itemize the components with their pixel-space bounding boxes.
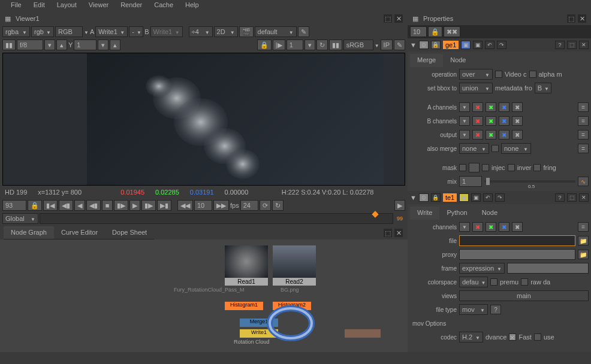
mix-slider[interactable]: 0.5 [484, 180, 575, 183]
node-viewer-proxy[interactable] [345, 329, 381, 338]
wch-eq-button[interactable]: = [578, 222, 589, 232]
play-bwd-icon[interactable]: ◀ [74, 200, 85, 211]
wch-a-icon[interactable]: ✖ [512, 222, 523, 232]
node-color-2-icon[interactable]: ▣ [473, 41, 483, 49]
lock-icon[interactable]: 🔒 [257, 40, 272, 50]
lock-range-icon[interactable]: 🔒 [28, 200, 42, 211]
operation-select[interactable]: over [459, 69, 493, 80]
ach-r-icon[interactable]: ✖ [472, 102, 483, 112]
invert-checkbox[interactable] [508, 164, 515, 171]
menu-help[interactable]: Help [179, 0, 205, 12]
jump-bwd-icon[interactable]: ◀◀ [177, 200, 193, 211]
ach-a-icon[interactable]: ✖ [512, 102, 523, 112]
node-undock-icon[interactable]: ⬚ [384, 229, 392, 237]
out-b-icon[interactable]: ✖ [499, 130, 509, 139]
gamma-field[interactable]: 1 [74, 40, 97, 50]
menu-cache[interactable]: Cache [148, 0, 179, 12]
mask-chan-icon[interactable] [469, 163, 480, 172]
lock-write-icon[interactable]: 🔒 [431, 193, 441, 202]
properties-maxpanels[interactable]: 10 [410, 26, 427, 37]
stop-icon[interactable]: ■ [102, 200, 113, 211]
timeline[interactable] [40, 213, 393, 224]
wch-g-icon[interactable]: ✖ [486, 222, 496, 232]
step-bwd-icon[interactable]: ◀▮ [86, 200, 101, 211]
downscale-select[interactable]: ÷4 [189, 26, 213, 37]
gear-icon[interactable]: ✎ [298, 26, 309, 37]
redo-icon[interactable]: ↷ [497, 41, 506, 49]
write-help-icon[interactable]: ? [555, 193, 565, 202]
wch-r-icon[interactable]: ✖ [472, 222, 483, 232]
premult-checkbox[interactable] [490, 278, 497, 286]
raw-checkbox[interactable] [521, 278, 528, 286]
frame-select[interactable]: expression [459, 263, 505, 274]
also-merge-checkbox[interactable] [492, 145, 499, 152]
refresh-icon[interactable]: ↻ [316, 40, 328, 50]
frame-field[interactable]: 93 [2, 200, 26, 211]
clapper-icon[interactable]: 🎬 [239, 26, 254, 37]
float-icon[interactable]: ⬚ [567, 41, 577, 49]
merge-tab-merge[interactable]: Merge [410, 54, 443, 67]
camera-default-select[interactable]: default [255, 26, 297, 37]
node-close-icon[interactable]: ✕ [394, 229, 403, 237]
colorspace-select[interactable]: defau [459, 277, 488, 287]
ach-b-icon[interactable]: ✖ [499, 102, 509, 112]
menu-render[interactable]: Render [114, 0, 148, 12]
out-a-icon[interactable]: ✖ [512, 130, 523, 139]
metadata-select[interactable]: B [535, 83, 551, 93]
lock-all-icon[interactable]: 🔒 [428, 26, 442, 37]
node-histogram1[interactable]: Histogram1 [225, 302, 263, 310]
ip-button[interactable]: IP [381, 40, 393, 50]
merge-node-name[interactable]: ge1 [443, 41, 459, 49]
out-eq-button[interactable]: = [578, 130, 589, 139]
node-color-1-icon[interactable]: ▣ [461, 41, 471, 49]
bch-b-icon[interactable]: ✖ [499, 116, 509, 126]
write-float-icon[interactable]: ⬚ [567, 193, 577, 202]
node-graph[interactable]: Read1 Fury_RotationCloud_Pass_M Read2 BG… [0, 239, 408, 352]
inject-checkbox[interactable] [482, 164, 489, 171]
input-a-select[interactable]: Write1 [95, 26, 128, 37]
clear-all-icon[interactable]: ✖✖ [444, 26, 460, 37]
input-b-select[interactable]: Write1 [150, 26, 183, 37]
wch-b-icon[interactable]: ✖ [499, 222, 509, 232]
properties-undock-icon[interactable]: ⬚ [567, 14, 575, 23]
bch-r-icon[interactable]: ✖ [472, 116, 483, 126]
frame-expr-field[interactable] [507, 263, 589, 274]
bch-a-icon[interactable]: ✖ [512, 116, 523, 126]
play-fwd-icon[interactable]: ▶ [129, 200, 140, 211]
collapse-write-icon[interactable]: ▼ [410, 194, 417, 201]
help-icon[interactable]: ? [555, 41, 565, 49]
write-tab-node[interactable]: Node [475, 207, 505, 220]
write-undo-icon[interactable]: ↶ [483, 193, 493, 202]
flipbook-icon[interactable]: ▶ [394, 200, 405, 211]
tab-curve-editor[interactable]: Curve Editor [54, 226, 105, 239]
codec-select[interactable]: H.2 [459, 332, 483, 342]
jump-fwd-icon[interactable]: ▶▶ [213, 200, 229, 211]
center-node-icon[interactable]: ⊙ [419, 41, 429, 49]
write-tab-python[interactable]: Python [439, 207, 474, 220]
ach-eq-button[interactable]: = [578, 102, 589, 112]
out-r-icon[interactable]: ✖ [472, 130, 483, 139]
fps-field[interactable]: 24 [240, 200, 258, 211]
last-frame-icon[interactable]: ▶▮ [157, 200, 171, 211]
menu-viewer[interactable]: Viewer [83, 0, 114, 12]
out-g-icon[interactable]: ✖ [486, 130, 496, 139]
step-fwd-icon[interactable]: ▮▶ [114, 200, 128, 211]
merge-tab-node[interactable]: Node [443, 54, 473, 67]
bch-eq-button[interactable]: = [578, 116, 589, 126]
wipe-select[interactable]: - [129, 26, 143, 37]
collapse-icon[interactable]: ▼ [410, 41, 417, 48]
fstop-field[interactable]: f/8 [17, 40, 43, 50]
prev-key-icon[interactable]: ◀▮ [59, 200, 73, 211]
output-select[interactable] [459, 130, 470, 139]
write-color-1-icon[interactable]: ▣ [459, 193, 469, 202]
next-key-icon[interactable]: ▮▶ [141, 200, 156, 211]
gamma-up-icon[interactable]: ▴ [110, 40, 120, 50]
bbox-select[interactable]: union [459, 83, 493, 93]
channel-display-arrow-icon[interactable] [84, 28, 89, 35]
colorspace-select[interactable]: sRGB [343, 40, 373, 50]
timeline-scope-select[interactable]: Global [2, 213, 38, 224]
filetype-help-icon[interactable]: ? [490, 305, 501, 314]
views-select[interactable]: main [459, 290, 589, 301]
achannels-select[interactable] [459, 102, 470, 112]
write-color-2-icon[interactable]: ▣ [471, 193, 481, 202]
